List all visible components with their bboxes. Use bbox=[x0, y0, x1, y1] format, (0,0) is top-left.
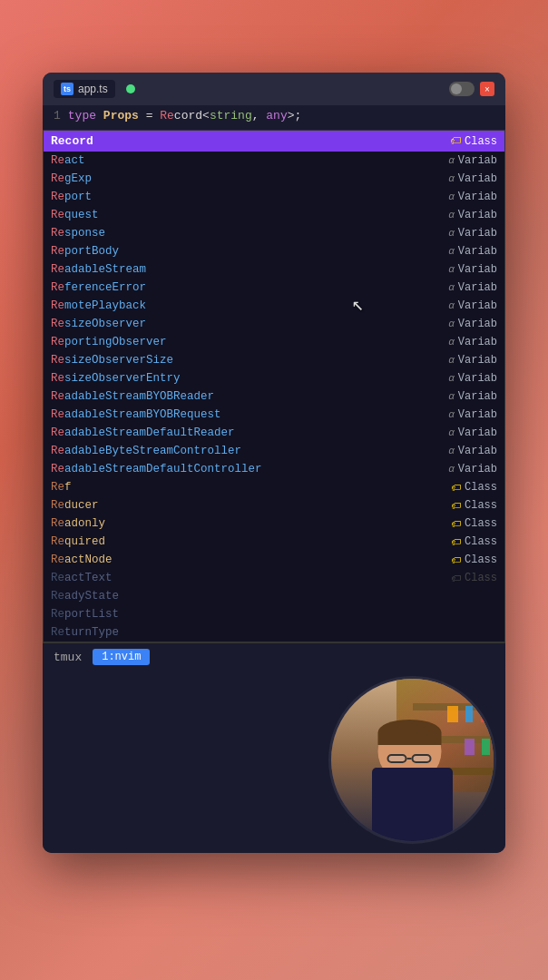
item-type: Variab bbox=[458, 426, 497, 439]
item-name: ReferenceError bbox=[51, 281, 448, 294]
list-item[interactable]: Response α Variab bbox=[44, 224, 504, 242]
autocomplete-panel[interactable]: ↖ Record 🏷 Class React α Variab RegExp α… bbox=[43, 130, 505, 642]
webcam-circle bbox=[328, 676, 496, 844]
props-identifier: Props bbox=[103, 109, 139, 122]
list-item[interactable]: ReferenceError α Variab bbox=[44, 279, 504, 297]
item-icon: α bbox=[448, 210, 455, 220]
record-keyword: Re bbox=[160, 109, 174, 122]
list-item[interactable]: ReadableStreamBYOBReader α Variab bbox=[44, 387, 504, 406]
item-type: Variab bbox=[458, 336, 497, 348]
item-name: Report bbox=[51, 191, 448, 203]
item-type: Variab bbox=[458, 463, 497, 475]
item-type: Variab bbox=[458, 209, 497, 221]
list-item[interactable]: Request α Variab bbox=[44, 206, 504, 224]
close-button[interactable]: × bbox=[480, 82, 494, 96]
list-item[interactable]: RegExp α Variab bbox=[44, 170, 504, 188]
item-name: ReadyState bbox=[51, 590, 494, 603]
item-type: Variab bbox=[458, 191, 497, 203]
item-name: ReadableStreamBYOBRequest bbox=[51, 408, 448, 421]
list-item[interactable]: ResizeObserverEntry α Variab bbox=[44, 369, 504, 387]
header-class-icon: 🏷 bbox=[450, 134, 461, 148]
item-icon: α bbox=[448, 391, 455, 402]
item-name: ReturnType bbox=[51, 626, 494, 639]
item-class-icon: 🏷 bbox=[451, 536, 461, 548]
item-type: Variab bbox=[458, 245, 497, 258]
item-icon: α bbox=[448, 464, 455, 475]
list-item[interactable]: RemotePlayback α Variab bbox=[44, 297, 504, 315]
list-item[interactable]: ReadableByteStreamController α Variab bbox=[44, 442, 504, 460]
list-item-class[interactable]: Reducer 🏷 Class bbox=[44, 496, 504, 514]
item-icon: α bbox=[448, 300, 455, 311]
list-item[interactable]: ReportBody α Variab bbox=[44, 242, 504, 260]
item-name: RegExp bbox=[51, 172, 448, 185]
item-name: ReadableStream bbox=[51, 263, 448, 276]
item-name: ReactNode bbox=[51, 554, 451, 566]
item-icon: α bbox=[448, 318, 455, 329]
list-item[interactable]: ReadableStreamDefaultController α Variab bbox=[44, 460, 504, 478]
item-type: Variab bbox=[458, 445, 497, 457]
record-rest: cord< bbox=[174, 109, 210, 122]
list-item[interactable]: ReadableStreamDefaultReader α Variab bbox=[44, 424, 504, 442]
list-item[interactable]: ReadableStreamBYOBRequest α Variab bbox=[44, 406, 504, 424]
item-name: Required bbox=[51, 535, 451, 548]
window-controls: × bbox=[449, 82, 494, 96]
item-icon: α bbox=[448, 427, 455, 438]
webcam-section bbox=[43, 671, 505, 853]
list-item-plain[interactable]: ReturnType bbox=[44, 623, 504, 642]
item-name: ReportList bbox=[51, 608, 494, 621]
glasses-right bbox=[411, 754, 431, 763]
autocomplete-list: React α Variab RegExp α Variab Report α … bbox=[44, 152, 504, 642]
autocomplete-header: Record 🏷 Class bbox=[44, 131, 504, 152]
item-name: ReadableStreamDefaultReader bbox=[51, 426, 448, 439]
list-item[interactable]: ResizeObserverSize α Variab bbox=[44, 351, 504, 369]
book-4 bbox=[482, 739, 490, 755]
item-name: Readonly bbox=[51, 517, 451, 530]
book-3 bbox=[447, 706, 458, 722]
item-name: ReportingObserver bbox=[51, 336, 448, 348]
list-item-plain[interactable]: ReportList bbox=[44, 605, 504, 623]
list-item[interactable]: ReadableStream α Variab bbox=[44, 260, 504, 279]
comma: , bbox=[252, 109, 267, 122]
item-type: Variab bbox=[458, 299, 497, 312]
item-class-icon: 🏷 bbox=[451, 554, 461, 566]
list-item[interactable]: Report α Variab bbox=[44, 188, 504, 206]
item-name: ReadableStreamBYOBReader bbox=[51, 390, 448, 403]
item-type: Class bbox=[465, 517, 497, 530]
item-class-icon: 🏷 bbox=[451, 482, 461, 494]
webcam-feed bbox=[331, 679, 494, 841]
list-item-plain[interactable]: ReadyState bbox=[44, 587, 504, 605]
nvim-badge: 1:nvim bbox=[93, 649, 150, 665]
any-type: any bbox=[266, 109, 287, 122]
list-item-class[interactable]: Readonly 🏷 Class bbox=[44, 514, 504, 533]
list-item-class[interactable]: Ref 🏷 Class bbox=[44, 478, 504, 496]
list-item[interactable]: React α Variab bbox=[44, 152, 504, 170]
item-icon: α bbox=[448, 246, 455, 257]
list-item-class[interactable]: Required 🏷 Class bbox=[44, 533, 504, 551]
list-item[interactable]: ResizeObserver α Variab bbox=[44, 315, 504, 333]
item-type: Variab bbox=[458, 390, 497, 403]
item-type: Class bbox=[465, 535, 497, 548]
item-icon: α bbox=[448, 282, 455, 293]
item-type: Class bbox=[465, 554, 497, 566]
list-item-faded[interactable]: ReactText 🏷 Class bbox=[44, 569, 504, 587]
item-type: Variab bbox=[458, 263, 497, 276]
list-item[interactable]: ReportingObserver α Variab bbox=[44, 333, 504, 351]
glasses-bridge bbox=[407, 758, 411, 760]
list-item-class[interactable]: ReactNode 🏷 Class bbox=[44, 551, 504, 569]
item-icon: α bbox=[448, 173, 455, 184]
item-class-icon: 🏷 bbox=[451, 500, 461, 512]
file-tab[interactable]: ts app.ts bbox=[54, 80, 115, 98]
item-icon: α bbox=[448, 264, 455, 275]
item-class-icon: 🏷 bbox=[451, 573, 461, 584]
glasses-left bbox=[387, 754, 407, 763]
item-type: Variab bbox=[458, 172, 497, 185]
type-keyword: type bbox=[68, 109, 103, 122]
item-icon: α bbox=[448, 373, 455, 384]
tmux-label: tmux bbox=[54, 651, 82, 664]
item-icon: α bbox=[448, 155, 455, 166]
file-name: app.ts bbox=[78, 83, 108, 95]
toggle-button[interactable] bbox=[449, 82, 475, 96]
item-icon: α bbox=[448, 228, 455, 239]
item-type: Variab bbox=[458, 318, 497, 330]
item-name: RemotePlayback bbox=[51, 299, 448, 312]
